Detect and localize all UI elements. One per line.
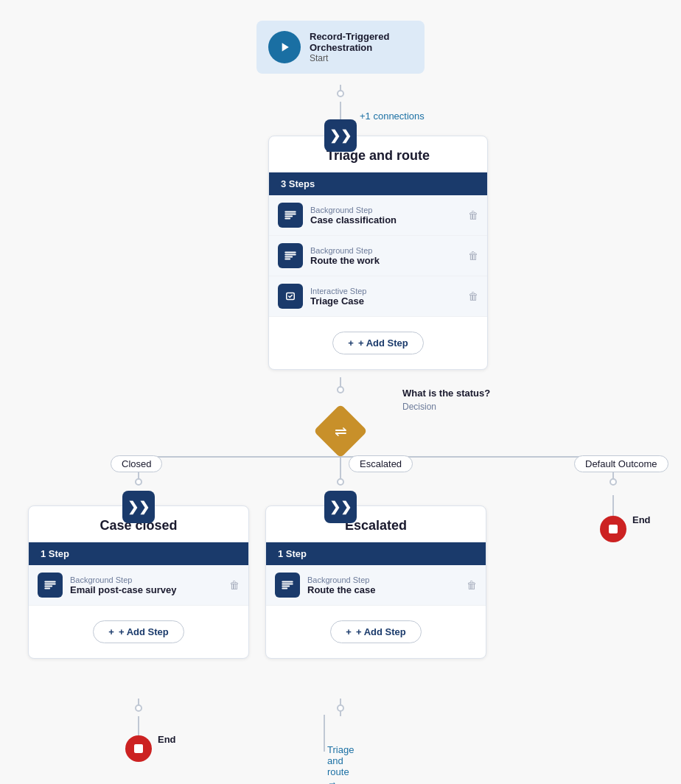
step-name-email-survey: Email post-case survey xyxy=(70,584,222,595)
step-text-3: Interactive Step Triage Case xyxy=(310,287,461,307)
connector-dot-escalated xyxy=(337,478,344,486)
step-icon-route-case xyxy=(275,573,300,598)
add-step-plus-icon-2: + xyxy=(108,626,114,637)
add-step-plus-icon: + xyxy=(348,337,354,349)
case-closed-add-step-label: + Add Step xyxy=(119,626,169,637)
step-text-1: Background Step Case classification xyxy=(310,206,461,225)
start-node: Record-Triggered Orchestration Start xyxy=(256,21,425,74)
step-name-2: Route the work xyxy=(310,255,461,266)
connector-dot-closed-bottom xyxy=(135,704,142,712)
svg-marker-13 xyxy=(282,43,289,52)
case-closed-end-node xyxy=(125,735,152,762)
decision-node[interactable]: ⇌ xyxy=(318,409,363,453)
decision-question-label: What is the status? Decision xyxy=(402,388,490,409)
step-row-route-work[interactable]: Background Step Route the work 🗑 xyxy=(269,236,487,276)
case-closed-steps-header: 1 Step xyxy=(29,542,248,565)
step-label-route-case: Background Step xyxy=(307,575,459,584)
connector-dot-escalated-bottom xyxy=(337,704,344,712)
step-delete-1[interactable]: 🗑 xyxy=(468,209,478,221)
outcome-escalated-label: Escalated xyxy=(349,455,413,472)
add-step-plus-icon-3: + xyxy=(346,626,352,637)
step-label-3: Interactive Step xyxy=(310,287,461,295)
triage-add-step-button[interactable]: + + Add Step xyxy=(332,332,423,354)
connector-dot-closed xyxy=(135,478,142,486)
step-delete-route-case[interactable]: 🗑 xyxy=(467,579,477,591)
case-closed-flow-icon: ❯❯ xyxy=(122,491,155,523)
decision-icon: ⇌ xyxy=(335,422,347,440)
outcome-closed-label: Closed xyxy=(111,455,162,472)
step-icon-interactive-3 xyxy=(278,284,303,309)
step-text-2: Background Step Route the work xyxy=(310,246,461,266)
plus-connections-link[interactable]: +1 connections xyxy=(360,111,425,122)
start-title: Record-Triggered Orchestration xyxy=(310,31,413,53)
escalated-flow-icon: ❯❯ xyxy=(324,491,357,523)
escalated-steps-header: 1 Step xyxy=(266,542,486,565)
triage-stage-card: Triage and route 3 Steps Background Step… xyxy=(268,136,488,370)
escalated-title: Escalated xyxy=(266,506,486,542)
step-row-case-classification[interactable]: Background Step Case classification 🗑 xyxy=(269,195,487,236)
step-delete-3[interactable]: 🗑 xyxy=(468,290,478,302)
triage-add-step-label: + Add Step xyxy=(358,337,408,349)
connector-dot-2 xyxy=(337,386,344,393)
outcome-default-label: Default Outcome xyxy=(574,455,668,472)
step-row-email-survey[interactable]: Background Step Email post-case survey 🗑 xyxy=(29,565,248,606)
decision-question: What is the status? xyxy=(402,388,490,399)
default-end-node xyxy=(600,516,626,542)
step-name-route-case: Route the case xyxy=(307,584,459,595)
case-closed-add-step-button[interactable]: + + Add Step xyxy=(93,620,184,643)
step-label-1: Background Step xyxy=(310,206,461,214)
escalated-add-step-label: + Add Step xyxy=(356,626,406,637)
default-end-label: End xyxy=(632,514,651,525)
triage-loop-link[interactable]: Triage and route → xyxy=(327,744,354,784)
step-delete-2[interactable]: 🗑 xyxy=(468,250,478,262)
case-closed-end-label: End xyxy=(158,734,176,745)
triage-steps-header: 3 Steps xyxy=(269,172,487,195)
step-text-route-case: Background Step Route the case xyxy=(307,575,459,595)
step-label-email-survey: Background Step xyxy=(70,575,222,584)
step-row-triage-case[interactable]: Interactive Step Triage Case 🗑 xyxy=(269,276,487,317)
step-icon-background-1 xyxy=(278,203,303,228)
escalated-card: Escalated 1 Step Background Step Route t… xyxy=(265,505,486,659)
start-subtitle: Start xyxy=(310,53,413,63)
escalated-add-step-button[interactable]: + + Add Step xyxy=(330,620,421,643)
triage-flow-icon: ❯❯ xyxy=(324,119,357,152)
case-closed-card: Case closed 1 Step Background Step Email… xyxy=(28,505,249,659)
step-label-2: Background Step xyxy=(310,246,461,255)
step-icon-email-survey xyxy=(38,573,63,598)
connector-dot-1 xyxy=(337,90,344,97)
step-delete-email-survey[interactable]: 🗑 xyxy=(229,579,240,591)
step-text-email-survey: Background Step Email post-case survey xyxy=(70,575,222,595)
connector-dot-default xyxy=(610,478,617,486)
step-name-1: Case classification xyxy=(310,214,461,225)
decision-type: Decision xyxy=(402,402,490,412)
triage-title: Triage and route xyxy=(269,136,487,172)
step-icon-background-2 xyxy=(278,243,303,268)
step-row-route-case[interactable]: Background Step Route the case 🗑 xyxy=(266,565,486,606)
start-icon xyxy=(268,31,301,63)
step-name-3: Triage Case xyxy=(310,295,461,307)
